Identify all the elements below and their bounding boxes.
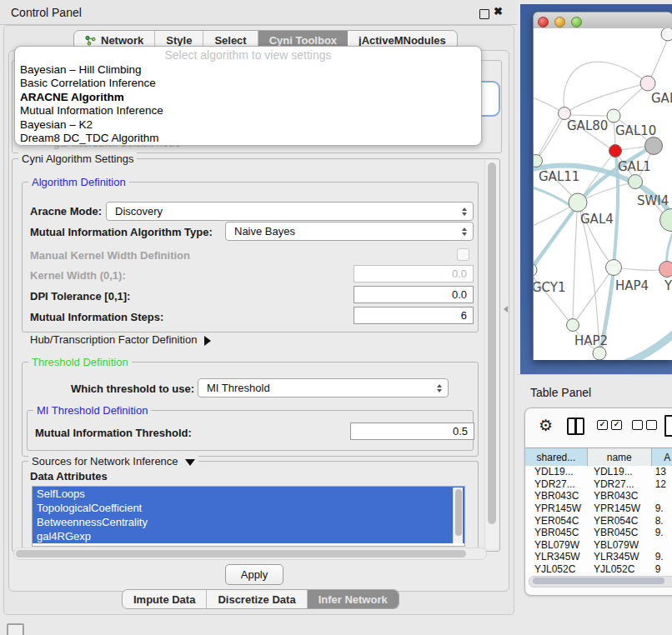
column-header-shared[interactable]: shared... [525, 448, 588, 466]
column-header-name[interactable]: name [588, 448, 652, 466]
close-icon[interactable]: ✖ [494, 5, 503, 18]
manual-kernel-checkbox[interactable] [457, 248, 469, 261]
cell: YDR27... [588, 478, 652, 490]
network-edge[interactable] [621, 268, 659, 270]
table-row-yjl052c[interactable]: YJL052CYJL052C9 [525, 563, 672, 572]
node-label-swi4: SWI4 [637, 193, 669, 208]
network-edge[interactable] [580, 212, 599, 348]
dropdown-item-dream8-dc-tdc-algorithm[interactable]: Dream8 DC_TDC Algorithm [15, 132, 481, 146]
select-all-checkbox-icon[interactable]: ✓ [611, 420, 622, 430]
table-row-ypr145w[interactable]: YPR145WYPR145W9. [525, 502, 672, 515]
float-window-icon[interactable] [479, 9, 489, 19]
dropdown-item-aracne-algorithm[interactable]: ARACNE Algorithm [15, 90, 481, 104]
cell: YDR27... [525, 478, 588, 490]
node-hap4[interactable] [606, 260, 622, 276]
network-edge[interactable] [576, 273, 609, 320]
scrollbar-thumb[interactable] [455, 489, 462, 536]
deselect-all-checkbox-icon[interactable] [632, 420, 643, 430]
collapse-arrow-icon[interactable] [185, 459, 195, 466]
which-threshold-label: Which threshold to use: [71, 382, 194, 395]
export-table-icon[interactable] [664, 415, 672, 437]
tab-infer-network[interactable]: Infer Network [308, 590, 399, 608]
network-edge[interactable] [564, 62, 648, 108]
mi-steps-field[interactable]: 6 [354, 307, 474, 324]
settings-horizontal-scrollbar[interactable] [13, 548, 487, 560]
attribute-item-betweennesscentrality[interactable]: BetweennessCentrality [33, 515, 464, 529]
which-threshold-combo[interactable]: MI Threshold [198, 378, 449, 398]
node-hap2[interactable] [567, 319, 579, 332]
network-canvas[interactable]: GALGAL80GAL10GAL1GAL11SWI4GAL4HAP4YGCY1H… [534, 28, 672, 360]
attribute-item-topologicalcoefficient[interactable]: TopologicalCoefficient [33, 501, 464, 515]
gear-icon[interactable]: ⚙ [539, 416, 553, 435]
network-edge[interactable] [539, 118, 563, 157]
node-gal4[interactable] [569, 193, 587, 212]
aracne-mode-combo[interactable]: Discovery [106, 202, 474, 221]
attribute-list-scrollbar[interactable] [453, 488, 463, 543]
node-swi4[interactable] [629, 175, 643, 189]
expand-arrow-icon[interactable] [204, 336, 211, 346]
node-unlabeled[interactable] [661, 28, 672, 41]
table-row-ybr045c[interactable]: YBR045CYBR045C9. [525, 527, 672, 539]
dropdown-item-basic-correlation-inference[interactable]: Basic Correlation Inference [15, 77, 481, 91]
cell: YER054C [588, 515, 652, 527]
node-gal[interactable] [640, 76, 655, 91]
dropdown-item-mutual-information-inference[interactable]: Mutual Information Inference [15, 104, 481, 118]
deselect-all-checkbox-icon[interactable] [646, 420, 657, 430]
mi-type-combo[interactable]: Naive Bayes [225, 222, 474, 241]
network-edge-highlighted[interactable] [627, 327, 672, 360]
network-edge[interactable] [620, 147, 646, 150]
table-row-ybr043c[interactable]: YBR043CYBR043C [525, 490, 672, 502]
tab-label: Network [101, 34, 143, 47]
cell: YJL052C [588, 563, 652, 572]
node-gcy1[interactable] [534, 263, 537, 277]
mi-threshold-field[interactable]: 0.5 [350, 422, 474, 440]
network-edge[interactable] [569, 115, 609, 116]
table-row-ydr27[interactable]: YDR27...YDR27...12 [525, 478, 672, 491]
select-all-checkbox-icon[interactable]: ✓ [597, 420, 608, 430]
table-row-yer054c[interactable]: YER054CYER054C8. [525, 514, 672, 527]
settings-vertical-scrollbar[interactable] [484, 160, 499, 548]
node-gal10[interactable] [607, 109, 620, 122]
kernel-width-field[interactable]: 0.0 [354, 265, 474, 282]
attribute-item-gal4rgexp[interactable]: gal4RGexp [33, 529, 464, 543]
tab-discretize-data[interactable]: Discretize Data [207, 590, 307, 608]
node-unlabeled[interactable] [645, 138, 663, 155]
network-edge[interactable] [534, 95, 559, 110]
attribute-item-selfloops[interactable]: SelfLoops [33, 487, 464, 501]
minimize-traffic-light-icon[interactable] [554, 17, 565, 28]
table-horizontal-scrollbar[interactable] [529, 576, 672, 588]
zoom-traffic-light-icon[interactable] [571, 17, 582, 28]
tab-impute-data[interactable]: Impute Data [123, 590, 207, 608]
data-attributes-list[interactable]: SelfLoopsTopologicalCoefficientBetweenne… [32, 486, 465, 547]
network-edge[interactable] [539, 118, 559, 155]
split-columns-icon[interactable] [567, 418, 584, 435]
dropdown-item-bayesian-k2[interactable]: Bayesian – K2 [15, 118, 481, 132]
threshold-definition-title: Threshold Definition [28, 356, 132, 368]
cell: 13 [652, 466, 672, 478]
apply-button[interactable]: Apply [225, 564, 283, 585]
hub-transcription-factor-section[interactable]: Hub/Transcription Factor Definition [30, 333, 211, 346]
scrollbar-thumb[interactable] [488, 162, 496, 524]
node-gal11[interactable] [534, 155, 543, 168]
network-edge[interactable] [569, 83, 648, 111]
network-combo-fragment[interactable] [479, 81, 500, 117]
panel-divider-arrow-icon[interactable] [504, 306, 508, 312]
network-edge-highlighted[interactable] [600, 156, 618, 354]
scrollbar-thumb[interactable] [533, 578, 664, 584]
table-row-ydl19[interactable]: YDL19...YDL19...13 [525, 466, 672, 478]
close-traffic-light-icon[interactable] [538, 17, 549, 28]
docked-panel-icon[interactable] [7, 623, 24, 635]
node-unlabeled[interactable] [593, 347, 606, 360]
network-edge[interactable] [573, 212, 577, 320]
table-row-ybl079w[interactable]: YBL079WYBL079W [525, 539, 672, 552]
sources-group-title[interactable]: Sources for Network Inference [28, 455, 198, 468]
node-y[interactable] [659, 262, 672, 278]
table-row-ylr345w[interactable]: YLR345WYLR345W9. [525, 551, 672, 563]
scrollbar-thumb[interactable] [16, 550, 466, 558]
column-header-a[interactable]: A [652, 448, 672, 466]
dropdown-item-bayesian-hill-climbing[interactable]: Bayesian – Hill Climbing [15, 62, 481, 77]
network-window-titlebar[interactable] [534, 12, 672, 29]
network-edge-highlighted[interactable] [534, 185, 572, 207]
node-gal1[interactable] [609, 145, 622, 158]
dpi-tolerance-field[interactable]: 0.0 [354, 286, 474, 303]
